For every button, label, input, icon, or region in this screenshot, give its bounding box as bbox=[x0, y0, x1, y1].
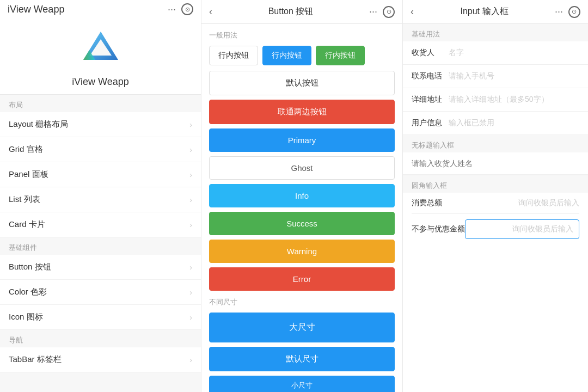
right-header-icons: ··· ⊙ bbox=[555, 6, 580, 18]
inline-buttons-row: 行内按钮 行内按钮 行内按钮 bbox=[209, 46, 395, 65]
ghost-button[interactable]: Ghost bbox=[209, 156, 395, 180]
sidebar-item-panel[interactable]: Panel 面板 › bbox=[0, 162, 201, 187]
right-content: 基础用法 收货人 名字 联系电话 请输入手机号 详细地址 请输入详细地址（最多5… bbox=[403, 24, 588, 392]
left-nav: 布局 Layout 栅格布局 › Grid 宫格 › Panel 面板 › Li… bbox=[0, 95, 201, 392]
middle-panel: ‹ Button 按钮 ··· ⊙ 一般用法 行内按钮 行内按钮 行内按钮 默认… bbox=[201, 0, 403, 392]
sidebar-item-label: Grid 宫格 bbox=[9, 144, 43, 155]
chevron-right-icon: › bbox=[189, 145, 192, 154]
chevron-right-icon: › bbox=[189, 120, 192, 129]
input-label: 联系电话 bbox=[412, 71, 444, 81]
sidebar-item-label: Panel 面板 bbox=[9, 169, 48, 180]
sidebar-item-label: Button 按钮 bbox=[9, 262, 51, 272]
logo-title: iView Weapp bbox=[0, 76, 201, 88]
rounded-input-row-1: 消费总额 询问收银员后输入 bbox=[412, 193, 579, 214]
default-button[interactable]: 默认按钮 bbox=[209, 71, 395, 95]
app-logo bbox=[79, 27, 122, 71]
input-label: 用户信息 bbox=[412, 118, 444, 128]
sidebar-item-label: List 列表 bbox=[9, 194, 40, 205]
input-row-userinfo: 用户信息 输入框已禁用 bbox=[403, 112, 588, 135]
section-title-layout: 布局 bbox=[0, 95, 201, 112]
chevron-right-icon: › bbox=[189, 195, 192, 204]
right-panel: ‹ Input 输入框 ··· ⊙ 基础用法 收货人 名字 联系电话 请输入手机… bbox=[403, 0, 588, 392]
right-header: ‹ Input 输入框 ··· ⊙ bbox=[403, 0, 588, 24]
dots-icon[interactable]: ··· bbox=[168, 4, 176, 15]
header-icons: ··· ⊙ bbox=[168, 3, 193, 15]
left-header-bar: iView Weapp ··· ⊙ bbox=[0, 0, 201, 19]
rounded-input-row-2: 不参与优惠金额 询问收银员后输入 bbox=[412, 214, 579, 244]
chevron-right-icon: › bbox=[189, 220, 192, 229]
no-title-input[interactable] bbox=[403, 152, 588, 175]
dots-icon[interactable]: ··· bbox=[369, 6, 377, 17]
chevron-right-icon: › bbox=[189, 356, 192, 364]
section-title-components: 基础组件 bbox=[0, 237, 201, 255]
input-placeholder[interactable]: 请输入详细地址（最多50字） bbox=[444, 95, 579, 105]
middle-title: Button 按钮 bbox=[268, 6, 314, 17]
chevron-right-icon: › bbox=[189, 313, 192, 322]
right-title: Input 输入框 bbox=[460, 6, 508, 17]
right-section1-label: 基础用法 bbox=[403, 24, 588, 41]
input-disabled-value: 输入框已禁用 bbox=[444, 118, 579, 128]
inline-button-2[interactable]: 行内按钮 bbox=[262, 46, 311, 65]
rounded-label: 消费总额 bbox=[412, 198, 444, 208]
sidebar-item-button[interactable]: Button 按钮 › bbox=[0, 255, 201, 280]
middle-content: 一般用法 行内按钮 行内按钮 行内按钮 默认按钮 联通两边按钮 Primary … bbox=[201, 24, 402, 392]
right-section2-label: 无标题输入框 bbox=[403, 135, 588, 152]
inline-button-1[interactable]: 行内按钮 bbox=[209, 46, 258, 65]
small-button[interactable]: 小尺寸 bbox=[209, 376, 395, 392]
sidebar-item-label: Card 卡片 bbox=[9, 219, 45, 230]
back-button[interactable]: ‹ bbox=[209, 6, 212, 17]
sidebar-item-label: Icon 图标 bbox=[9, 312, 43, 322]
circle-icon[interactable]: ⊙ bbox=[383, 6, 395, 18]
liantong-button[interactable]: 联通两边按钮 bbox=[209, 100, 395, 124]
middle-header-icons: ··· ⊙ bbox=[369, 6, 395, 18]
large-button[interactable]: 大尺寸 bbox=[209, 313, 395, 342]
sidebar-item-grid[interactable]: Grid 宫格 › bbox=[0, 137, 201, 162]
section2-label: 不同尺寸 bbox=[209, 297, 395, 307]
input-placeholder[interactable]: 名字 bbox=[444, 48, 579, 58]
success-button[interactable]: Success bbox=[209, 212, 395, 235]
inline-button-3[interactable]: 行内按钮 bbox=[316, 46, 365, 65]
input-row-address: 详细地址 请输入详细地址（最多50字） bbox=[403, 88, 588, 112]
rounded-label: 不参与优惠金额 bbox=[412, 224, 465, 234]
right-section3-label: 圆角输入框 bbox=[403, 175, 588, 193]
rounded-inputs-section: 消费总额 询问收银员后输入 不参与优惠金额 询问收银员后输入 bbox=[403, 193, 588, 244]
sidebar-item-color[interactable]: Color 色彩 › bbox=[0, 280, 201, 305]
info-button[interactable]: Info bbox=[209, 184, 395, 207]
left-logo-area: iView Weapp bbox=[0, 19, 201, 95]
sidebar-item-label: Layout 栅格布局 bbox=[9, 119, 68, 130]
app-title: iView Weapp bbox=[8, 4, 64, 15]
section1-label: 一般用法 bbox=[209, 30, 395, 40]
left-panel: iView Weapp ··· ⊙ bbox=[0, 0, 201, 392]
sidebar-item-card[interactable]: Card 卡片 › bbox=[0, 212, 201, 237]
error-button[interactable]: Error bbox=[209, 267, 395, 291]
input-placeholder[interactable]: 请输入手机号 bbox=[444, 71, 579, 81]
middle-header: ‹ Button 按钮 ··· ⊙ bbox=[201, 0, 402, 24]
right-back-button[interactable]: ‹ bbox=[411, 6, 414, 17]
warning-button[interactable]: Warning bbox=[209, 240, 395, 263]
input-label: 收货人 bbox=[412, 48, 444, 58]
section-title-nav: 导航 bbox=[0, 330, 201, 347]
sidebar-item-layout[interactable]: Layout 栅格布局 › bbox=[0, 112, 201, 137]
input-label: 详细地址 bbox=[412, 95, 444, 105]
rounded-placeholder-highlighted[interactable]: 询问收银员后输入 bbox=[465, 219, 579, 239]
chevron-right-icon: › bbox=[189, 288, 192, 297]
sidebar-item-label: TabBar 标签栏 bbox=[9, 354, 62, 365]
sidebar-item-label: Color 色彩 bbox=[9, 287, 47, 297]
sidebar-item-icon[interactable]: Icon 图标 › bbox=[0, 305, 201, 330]
input-row-recipient: 收货人 名字 bbox=[403, 41, 588, 65]
sidebar-item-list[interactable]: List 列表 › bbox=[0, 187, 201, 212]
circle-icon[interactable]: ⊙ bbox=[568, 6, 580, 18]
circle-icon[interactable]: ⊙ bbox=[181, 3, 193, 15]
rounded-placeholder[interactable]: 询问收银员后输入 bbox=[444, 198, 579, 208]
dots-icon[interactable]: ··· bbox=[555, 6, 563, 17]
primary-button[interactable]: Primary bbox=[209, 128, 395, 152]
chevron-right-icon: › bbox=[189, 263, 192, 272]
sidebar-item-tabbar[interactable]: TabBar 标签栏 › bbox=[0, 347, 201, 372]
input-row-phone: 联系电话 请输入手机号 bbox=[403, 65, 588, 88]
chevron-right-icon: › bbox=[189, 170, 192, 179]
medium-button[interactable]: 默认尺寸 bbox=[209, 347, 395, 371]
